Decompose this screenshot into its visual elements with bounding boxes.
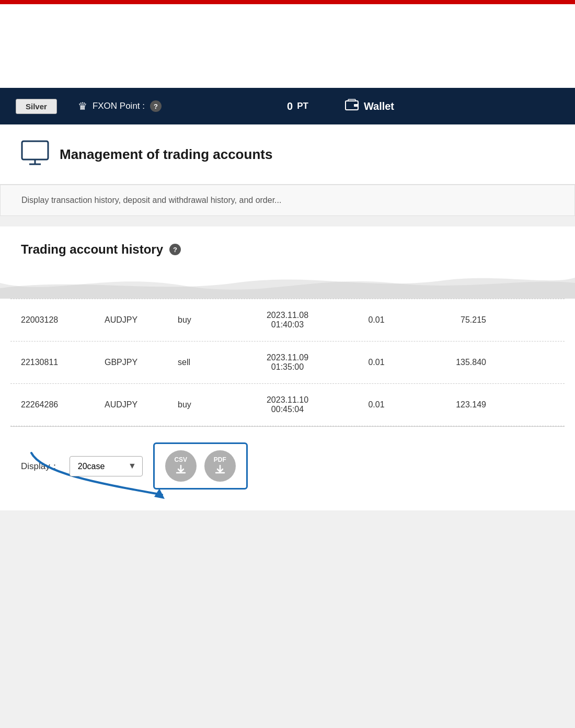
fxon-help-icon[interactable]: ? (150, 100, 162, 112)
trade-direction: sell (178, 358, 230, 367)
trade-datetime: 2023.11.0801:40:03 (230, 311, 345, 329)
bottom-controls: Display： 20case 50case 100case ▼ CSV (0, 427, 575, 510)
description-text: Display transaction history, deposit and… (21, 196, 281, 204)
page-content: Management of trading accounts Display t… (0, 124, 575, 510)
section-title: Trading account history (21, 242, 163, 257)
section-title-row: Trading account history ? (0, 242, 575, 267)
table-row: 22264286 AUDJPY buy 2023.11.1000:45:04 0… (10, 384, 565, 426)
trade-datetime: 2023.11.1000:45:04 (230, 395, 345, 414)
table-row: 22003128 AUDJPY buy 2023.11.0801:40:03 0… (10, 299, 565, 342)
wave-decoration (0, 267, 575, 299)
trade-id: 22003128 (21, 315, 105, 325)
display-select[interactable]: 20case 50case 100case (70, 456, 143, 476)
trade-volume: 0.01 (345, 400, 408, 410)
pt-label: PT (297, 101, 308, 111)
trade-pair: GBPJPY (105, 358, 178, 367)
page-title: Management of trading accounts (60, 146, 272, 163)
trade-id: 22130811 (21, 358, 105, 367)
wallet-icon (345, 99, 359, 113)
trade-price: 123.149 (408, 400, 486, 410)
trade-pair: AUDJPY (105, 315, 178, 325)
top-red-bar (0, 0, 575, 4)
trade-volume: 0.01 (345, 358, 408, 367)
history-help-icon[interactable]: ? (169, 244, 181, 255)
trade-id: 22264286 (21, 400, 105, 410)
svg-marker-5 (154, 488, 165, 499)
trade-price: 135.840 (408, 358, 486, 367)
trade-direction: buy (178, 400, 230, 410)
csv-download-button[interactable]: CSV (165, 450, 197, 482)
monitor-icon (21, 140, 49, 168)
points-value: 0 (287, 100, 293, 112)
header-area (0, 4, 575, 88)
wallet-label: Wallet (364, 100, 394, 112)
trade-table: 22003128 AUDJPY buy 2023.11.0801:40:03 0… (0, 299, 575, 426)
pdf-download-icon (215, 464, 225, 476)
pdf-label: PDF (214, 456, 226, 463)
trade-pair: AUDJPY (105, 400, 178, 410)
points-display: 0 PT (287, 100, 308, 112)
trading-history-section: Trading account history ? 22003128 AUDJP… (0, 226, 575, 510)
trade-volume: 0.01 (345, 315, 408, 325)
trade-direction: buy (178, 315, 230, 325)
page-title-section: Management of trading accounts (0, 124, 575, 185)
csv-download-icon (176, 464, 186, 476)
fxon-point-section: ♛ FXON Point : ? (78, 100, 162, 112)
crown-icon: ♛ (78, 100, 87, 112)
fxon-point-label: FXON Point : (93, 101, 145, 111)
trade-datetime: 2023.11.0901:35:00 (230, 353, 345, 372)
nav-bar: Silver ♛ FXON Point : ? 0 PT Wallet (0, 88, 575, 124)
description-bar: Display transaction history, deposit and… (0, 185, 575, 216)
download-box: CSV PDF (153, 442, 248, 490)
silver-badge: Silver (16, 99, 57, 114)
display-label: Display： (21, 460, 59, 472)
display-select-wrapper[interactable]: 20case 50case 100case ▼ (70, 456, 143, 476)
table-row: 22130811 GBPJPY sell 2023.11.0901:35:00 … (10, 342, 565, 384)
wallet-section[interactable]: Wallet (345, 99, 394, 113)
svg-rect-1 (354, 104, 358, 107)
pdf-download-button[interactable]: PDF (204, 450, 236, 482)
svg-rect-2 (22, 141, 48, 160)
csv-label: CSV (174, 456, 187, 463)
trade-price: 75.215 (408, 315, 486, 325)
